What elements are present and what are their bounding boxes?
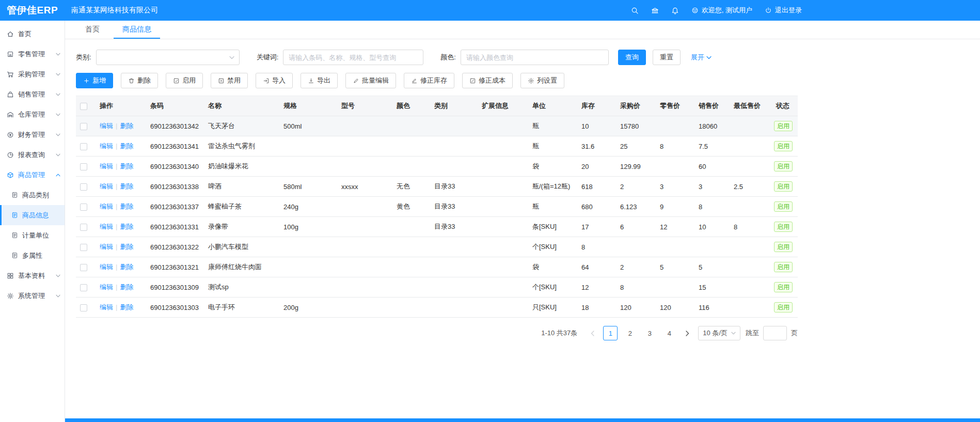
sidebar-item-products[interactable]: 商品管理	[0, 165, 65, 185]
row-checkbox[interactable]	[80, 204, 87, 211]
row-checkbox[interactable]	[80, 183, 87, 191]
fix-stock-button[interactable]: 修正库存	[404, 73, 454, 88]
sidebar-item-system[interactable]: 系统管理	[0, 286, 65, 306]
welcome-user[interactable]: 欢迎您, 测试用户	[691, 6, 752, 15]
delete-link[interactable]: 删除	[120, 223, 133, 230]
edit-link[interactable]: 编辑	[100, 142, 113, 150]
sidebar-subitem-product-category[interactable]: 商品类别	[0, 185, 65, 205]
table-row: 编辑|删除 6901236301340 奶油味爆米花 袋 20 129.99	[76, 157, 798, 177]
cell-sale-price: 18060	[694, 116, 730, 136]
row-checkbox[interactable]	[80, 163, 87, 170]
row-select-cell	[76, 157, 96, 177]
status-badge: 启用	[774, 242, 793, 252]
prev-page-button[interactable]	[587, 326, 598, 340]
edit-link[interactable]: 编辑	[100, 243, 113, 251]
delete-link[interactable]: 删除	[120, 182, 133, 190]
category-select[interactable]	[96, 50, 240, 65]
cell-ext-info	[478, 177, 528, 197]
grid-icon	[7, 272, 14, 279]
cell-ext-info	[478, 197, 528, 217]
expand-link[interactable]: 展开	[691, 53, 712, 62]
sidebar-subitem-measure-unit[interactable]: 计量单位	[0, 225, 65, 245]
fix-cost-button[interactable]: 修正成本	[462, 73, 513, 88]
sidebar-item-finance[interactable]: 财务管理	[0, 124, 65, 145]
row-checkbox[interactable]	[80, 284, 87, 291]
batch-edit-button[interactable]: 批量编辑	[345, 73, 396, 88]
edit-link[interactable]: 编辑	[100, 263, 113, 271]
edit-link[interactable]: 编辑	[100, 182, 113, 190]
plus-icon	[83, 77, 90, 84]
edit-link[interactable]: 编辑	[100, 162, 113, 170]
edit-link[interactable]: 编辑	[100, 223, 113, 230]
sidebar-item-home[interactable]: 首页	[0, 24, 65, 44]
sidebar-subitem-multi-attribute[interactable]: 多属性	[0, 245, 65, 265]
disable-button[interactable]: 禁用	[211, 73, 248, 88]
import-button[interactable]: 导入	[256, 73, 293, 88]
add-button[interactable]: 新增	[76, 73, 113, 88]
edit-link[interactable]: 编辑	[100, 202, 113, 210]
sidebar-subitem-product-info[interactable]: 商品信息	[0, 205, 65, 225]
reset-button[interactable]: 重置	[653, 50, 681, 65]
search-icon[interactable]	[631, 7, 639, 14]
row-checkbox[interactable]	[80, 244, 87, 251]
bottom-blue-bar	[0, 418, 980, 422]
edit-link[interactable]: 编辑	[100, 303, 113, 311]
row-checkbox[interactable]	[80, 123, 87, 130]
sidebar-item-label: 基本资料	[18, 271, 45, 280]
page-number-3[interactable]: 3	[642, 326, 657, 340]
action-toolbar: 新增 删除 启用 禁用 导入 导出	[76, 73, 809, 88]
delete-link[interactable]: 删除	[120, 243, 133, 251]
cell-barcode: 6901236301303	[146, 298, 204, 318]
edit-link[interactable]: 编辑	[100, 122, 113, 130]
color-input[interactable]	[461, 50, 609, 65]
delete-link[interactable]: 删除	[120, 142, 133, 150]
bell-icon[interactable]	[671, 7, 679, 14]
page-number-1[interactable]: 1	[603, 326, 618, 340]
row-checkbox[interactable]	[80, 304, 87, 311]
status-badge: 启用	[774, 222, 793, 232]
row-checkbox[interactable]	[80, 264, 87, 271]
logout-button[interactable]: 退出登录	[765, 6, 802, 15]
sidebar-item-purchase[interactable]: 采购管理	[0, 64, 65, 84]
cell-category	[430, 298, 478, 318]
search-button[interactable]: 查询	[618, 50, 646, 65]
delete-button[interactable]: 删除	[121, 73, 158, 88]
delete-link[interactable]: 删除	[120, 283, 133, 291]
delete-link[interactable]: 删除	[120, 162, 133, 170]
sidebar-item-warehouse[interactable]: 仓库管理	[0, 104, 65, 124]
sidebar-item-retail[interactable]: 零售管理	[0, 44, 65, 64]
sidebar-item-basic-data[interactable]: 基本资料	[0, 265, 65, 286]
row-select-cell	[76, 298, 96, 318]
cell-model	[337, 136, 392, 157]
chevron-down-icon	[56, 294, 60, 298]
sidebar-item-reports[interactable]: 报表查询	[0, 145, 65, 165]
select-all-checkbox[interactable]	[80, 103, 87, 110]
tab-home[interactable]: 首页	[76, 21, 108, 39]
column-settings-button[interactable]: 列设置	[520, 73, 564, 88]
row-checkbox[interactable]	[80, 143, 87, 150]
delete-link[interactable]: 删除	[120, 202, 133, 210]
delete-link[interactable]: 删除	[120, 122, 133, 130]
export-button[interactable]: 导出	[301, 73, 338, 88]
edit-link[interactable]: 编辑	[100, 283, 113, 291]
cell-stock: 20	[577, 157, 616, 177]
enable-button[interactable]: 启用	[166, 73, 203, 88]
page-size-select[interactable]: 10 条/页	[698, 326, 740, 340]
sidebar-item-sales[interactable]: 销售管理	[0, 84, 65, 104]
bag-icon	[7, 91, 14, 98]
home-building-icon[interactable]	[651, 7, 659, 14]
delete-link[interactable]: 删除	[120, 263, 133, 271]
next-page-button[interactable]	[682, 326, 693, 340]
jump-page-input[interactable]	[763, 326, 787, 340]
color-label: 颜色:	[440, 53, 456, 62]
row-checkbox[interactable]	[80, 224, 87, 231]
keyword-input[interactable]	[283, 50, 423, 65]
delete-link[interactable]: 删除	[120, 303, 133, 311]
page-number-4[interactable]: 4	[662, 326, 676, 340]
welcome-text: 欢迎您, 测试用户	[702, 6, 752, 15]
page-number-2[interactable]: 2	[623, 326, 637, 340]
cell-color: 黄色	[392, 197, 430, 217]
warehouse-icon	[7, 111, 14, 118]
tab-product-info[interactable]: 商品信息	[114, 21, 160, 39]
cell-color	[392, 136, 430, 157]
